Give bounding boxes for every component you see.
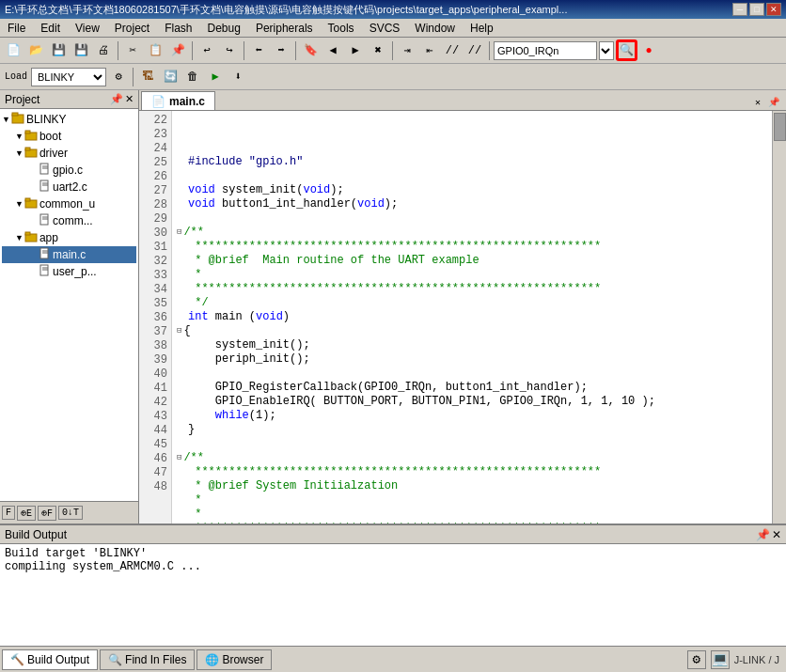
unindent-button[interactable]: ⇤ — [419, 40, 440, 61]
build-button[interactable]: 🏗 — [137, 67, 158, 87]
bottom-tab-find[interactable]: 🔍 Find In Files — [100, 649, 195, 670]
code-line[interactable]: void button1_int_handler(void); — [177, 197, 767, 211]
comment-button[interactable]: // — [442, 40, 463, 61]
code-line[interactable]: ****************************************… — [177, 282, 767, 296]
bookmark-button[interactable]: 🔖 — [300, 40, 321, 61]
clear-bookmarks[interactable]: ✖ — [368, 40, 388, 61]
menu-item-edit[interactable]: Edit — [33, 19, 68, 37]
prev-bookmark[interactable]: ◀ — [322, 40, 343, 61]
minimize-button[interactable]: ─ — [732, 3, 747, 16]
code-line[interactable] — [177, 211, 767, 226]
code-line[interactable]: GPIO_EnableIRQ( BUTTON_PORT, BUTTON_PIN1… — [177, 395, 767, 409]
code-line[interactable] — [177, 169, 767, 183]
expand-icon[interactable]: ▼ — [15, 233, 24, 242]
editor-tab-mainc[interactable]: 📄 main.c — [141, 91, 215, 110]
tab-close-icon[interactable]: ✕ — [752, 97, 763, 108]
copy-button[interactable]: 📋 — [145, 40, 165, 61]
collapse-icon[interactable]: ⊟ — [177, 324, 181, 338]
save-all-button[interactable]: 💾 — [71, 40, 91, 61]
menu-item-svcs[interactable]: SVCS — [362, 19, 408, 37]
print-button[interactable]: 🖨 — [93, 40, 114, 61]
code-line[interactable]: while(1); — [177, 409, 767, 423]
code-line[interactable] — [177, 367, 767, 381]
code-line[interactable]: * — [177, 508, 767, 522]
code-line[interactable]: * — [177, 493, 767, 508]
search-field[interactable] — [494, 41, 597, 60]
settings-button[interactable]: ⚙ — [108, 67, 129, 87]
bottom-tab-build[interactable]: 🔨 Build Output — [2, 649, 98, 670]
menu-item-file[interactable]: File — [0, 19, 33, 37]
build-output-pin[interactable]: 📌 — [756, 528, 770, 541]
tree-item-gpio-c[interactable]: gpio.c — [2, 162, 136, 179]
tree-item-comm---[interactable]: comm... — [2, 212, 136, 229]
back-button[interactable]: ⬅ — [248, 40, 269, 61]
tree-item-user-p---[interactable]: user_p... — [2, 263, 136, 280]
uncomment-button[interactable]: // — [464, 40, 485, 61]
menu-item-flash[interactable]: Flash — [157, 19, 199, 37]
project-pin-icon[interactable]: 📌 — [110, 93, 123, 105]
stop-button[interactable]: ● — [638, 40, 659, 61]
tree-item-boot[interactable]: ▼boot — [2, 128, 136, 145]
tree-item-common-u[interactable]: ▼common_u — [2, 195, 136, 212]
redo-button[interactable]: ↪ — [219, 40, 240, 61]
project-dropdown[interactable]: BLINKY — [31, 68, 106, 86]
menu-item-peripherals[interactable]: Peripherals — [248, 19, 321, 37]
new-file-button[interactable]: 📄 — [3, 40, 24, 61]
paste-button[interactable]: 📌 — [167, 40, 188, 61]
code-line[interactable]: periph_init(); — [177, 352, 767, 367]
close-button[interactable]: ✕ — [766, 3, 781, 16]
cut-button[interactable]: ✂ — [122, 40, 143, 61]
code-line[interactable]: GPIO_RegisterCallback(GPIO0_IRQn, button… — [177, 381, 767, 395]
load-button[interactable]: Load — [3, 67, 29, 87]
code-line[interactable]: ⊟/** — [177, 226, 767, 240]
tree-item-app[interactable]: ▼app — [2, 229, 136, 246]
find-button[interactable]: 🔍 — [616, 40, 637, 61]
code-line[interactable]: #include "gpio.h" — [177, 155, 767, 169]
code-line[interactable]: * @brief System Initiialzation — [177, 479, 767, 493]
title-controls[interactable]: ─ □ ✕ — [732, 3, 781, 16]
search-dropdown[interactable] — [599, 41, 614, 60]
menu-item-tools[interactable]: Tools — [321, 19, 362, 37]
rebuild-button[interactable]: 🔄 — [160, 67, 181, 87]
maximize-button[interactable]: □ — [749, 3, 764, 16]
menu-item-debug[interactable]: Debug — [200, 19, 248, 37]
tree-item-blinky[interactable]: ▼BLINKY — [2, 111, 136, 128]
code-line[interactable]: ****************************************… — [177, 240, 767, 254]
bottom-tab-browser[interactable]: 🌐 Browser — [196, 649, 272, 670]
forward-button[interactable]: ➡ — [271, 40, 291, 61]
expand-icon[interactable]: ▼ — [15, 148, 24, 158]
project-close-icon[interactable]: ✕ — [125, 93, 134, 105]
code-line[interactable]: int main (void) — [177, 310, 767, 324]
panel-tab-tmpl[interactable]: 0↓T — [58, 506, 83, 520]
build-output-close[interactable]: ✕ — [772, 528, 781, 541]
code-line[interactable]: * @brief Main routine of the UART exampl… — [177, 254, 767, 268]
menu-item-view[interactable]: View — [68, 19, 107, 37]
code-line[interactable]: system_init(); — [177, 338, 767, 352]
menu-item-project[interactable]: Project — [107, 19, 157, 37]
tree-item-main-c[interactable]: main.c — [2, 246, 136, 263]
clean-button[interactable]: 🗑 — [182, 67, 203, 87]
debug-button[interactable]: ▶ — [205, 67, 226, 87]
code-line[interactable]: } — [177, 423, 767, 437]
collapse-icon[interactable]: ⊟ — [177, 451, 181, 465]
code-line[interactable] — [177, 437, 767, 451]
editor-scrollbar[interactable] — [772, 111, 786, 524]
panel-tab-regs[interactable]: ⊕E — [17, 506, 36, 521]
code-line[interactable]: ⊟/** — [177, 451, 767, 465]
expand-icon[interactable]: ▼ — [15, 132, 24, 141]
expand-icon[interactable]: ▼ — [15, 199, 24, 209]
menu-item-help[interactable]: Help — [463, 19, 501, 37]
code-content[interactable]: #include "gpio.h" void system_init(void)… — [172, 111, 772, 524]
tree-item-uart2-c[interactable]: uart2.c — [2, 179, 136, 195]
next-bookmark[interactable]: ▶ — [345, 40, 366, 61]
panel-tab-files[interactable]: F — [2, 506, 15, 520]
download-button[interactable]: ⬇ — [228, 67, 248, 87]
undo-button[interactable]: ↩ — [196, 40, 217, 61]
code-line[interactable]: * — [177, 268, 767, 282]
panel-tab-funcs[interactable]: ⊕F — [38, 506, 56, 521]
expand-icon[interactable]: ▼ — [2, 115, 10, 124]
collapse-icon[interactable]: ⊟ — [177, 226, 181, 240]
tree-item-driver[interactable]: ▼driver — [2, 145, 136, 162]
save-button[interactable]: 💾 — [48, 40, 69, 61]
open-button[interactable]: 📂 — [25, 40, 46, 61]
